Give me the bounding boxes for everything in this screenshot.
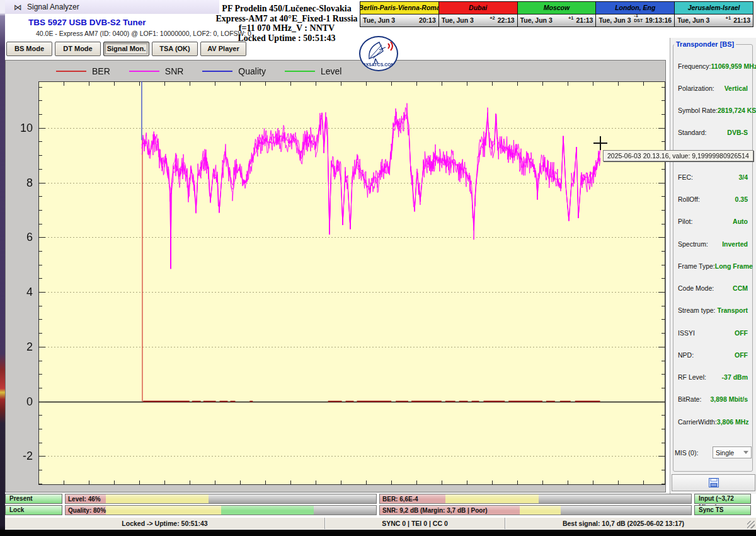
- transponder-row-label: RollOff:: [678, 195, 700, 203]
- app-icon: ⋈: [14, 3, 22, 11]
- signal-chart-canvas[interactable]: [6, 61, 667, 493]
- transponder-title: Transponder [BS]: [674, 40, 736, 48]
- chart-tooltip: 2025-06-03 20.13.16, value: 9,1999998092…: [603, 150, 753, 161]
- clock-utc-offset: +2: [490, 15, 496, 21]
- tuner-title: TBS 5927 USB DVB-S2 Tuner: [28, 18, 146, 27]
- legend-line-ber: [56, 71, 86, 72]
- transponder-row: RollOff:0.35: [673, 189, 752, 211]
- signal-chart-panel: BERSNRQualityLevel: [5, 60, 666, 492]
- tab-bs-mode[interactable]: BS Mode: [6, 42, 52, 56]
- transponder-rows: Frequency:11069,959 MHzPolarization:Vert…: [673, 55, 752, 433]
- transponder-row-value: OFF: [735, 351, 748, 359]
- clock-dubai: DubaiTue, Jun 3+222:13: [438, 1, 518, 27]
- save-button[interactable]: [672, 474, 755, 491]
- quality-label: Quality: 80%: [68, 506, 106, 515]
- transponder-row-label: Frame Type:: [678, 262, 715, 270]
- clock-city-text: London, Eng: [615, 4, 655, 11]
- mis-label: MIS (0):: [675, 449, 698, 457]
- transponder-row-value: DVB-S: [727, 129, 748, 136]
- clock-utc-offset: +1: [726, 15, 733, 21]
- clock-city-text: Moscow: [544, 4, 570, 11]
- clock-city-text: Dubai: [469, 4, 487, 11]
- clock-date-text: Tue, Jun 3: [520, 16, 553, 24]
- transponder-row: Stream type:Transport: [673, 300, 752, 322]
- transponder-row-value: Transport: [718, 306, 748, 314]
- transponder-row: Standard:DVB-S: [673, 122, 752, 144]
- clock-date-row: Tue, Jun 3-1DST19:13:16: [596, 15, 674, 26]
- tab-av-player[interactable]: AV Player: [200, 42, 246, 56]
- transponder-groupbox: Frequency:11069,959 MHzPolarization:Vert…: [673, 44, 753, 472]
- transponder-row-label: NPD:: [678, 351, 694, 359]
- transponder-row-value: 2819,724 KS/s: [718, 107, 756, 114]
- transponder-row: Frequency:11069,959 MHz: [673, 55, 752, 77]
- site-line-1: PF Prodelin 450/Lučenec-Slovakia: [208, 4, 365, 14]
- chevron-down-icon: [743, 451, 748, 454]
- clock-city-text: Jerusalem-Israel: [688, 4, 740, 11]
- clock-city-label: London, Eng: [596, 2, 674, 15]
- transponder-row: ISSYIOFF: [673, 322, 752, 344]
- transponder-row: NPD:OFF: [673, 344, 752, 366]
- clock-london-eng: London, EngTue, Jun 3-1DST19:13:16: [595, 1, 675, 27]
- clock-city-label: Jerusalem-Israel: [675, 2, 753, 15]
- clock-offset-value: -1: [634, 15, 638, 19]
- site-line-2: Express-AM7 at 40°E_Fixed-1 Russia: [208, 14, 365, 24]
- legend-label: SNR: [165, 66, 184, 76]
- snr-label: SNR: 9,2 dB (Margin: 3,7 dB | Poor): [382, 506, 488, 515]
- clock-city-label: Dubai: [439, 2, 517, 15]
- clock-time: 21:13: [733, 16, 750, 24]
- clock-dst-label: DST: [634, 18, 643, 23]
- transponder-row: CarrierWidth:3,806 MHz: [673, 411, 752, 433]
- clock-city-label: Moscow: [518, 2, 596, 15]
- snr-progress-bar: SNR: 9,2 dB (Margin: 3,7 dB | Poor): [379, 505, 692, 515]
- transponder-row: BitRate:3,898 Mbit/s: [673, 388, 752, 411]
- site-info-block: PF Prodelin 450/Lučenec-Slovakia Express…: [208, 4, 365, 43]
- level-progress-bar: Level: 46%: [65, 494, 377, 504]
- transponder-row-value: 3/4: [738, 173, 748, 181]
- clock-utc-offset: -1DST: [634, 15, 644, 23]
- transponder-row-label: Frequency:: [678, 62, 711, 70]
- input-rate-indicator: Input (~3,72 Mbps): [694, 494, 751, 504]
- tab-tsa-ok-[interactable]: TSA (OK): [152, 42, 198, 56]
- transponder-row-label: CarrierWidth:: [678, 418, 717, 426]
- transponder-row-value: Inverted: [722, 240, 748, 248]
- clock-date-row: Tue, Jun 320:13: [360, 15, 438, 26]
- legend-item-quality: Quality: [202, 66, 266, 76]
- transponder-row-value: -37 dBm: [722, 373, 748, 381]
- screen: ⋈ Signal Analyzer TBS 5927 USB DVB-S2 Tu…: [0, 0, 756, 536]
- transponder-row-value: Vertical: [724, 84, 748, 92]
- mode-tabs: BS ModeDT ModeSignal Mon.TSA (OK)AV Play…: [6, 42, 246, 56]
- transponder-row-value: 3,806 MHz: [717, 418, 749, 426]
- transponder-row: Symbol Rate:2819,724 KS/s: [673, 100, 752, 122]
- level-label: Level: 46%: [68, 494, 101, 504]
- mis-value: Single: [716, 449, 734, 457]
- transponder-row-value: 11069,959 MHz: [711, 62, 756, 70]
- clock-city-text: Berlin-Paris-Vienna-Roma: [360, 4, 438, 11]
- desktop-edge-strip: [0, 0, 5, 536]
- transponder-row-value: 3,898 Mbit/s: [710, 395, 748, 403]
- window-title: Signal Analyzer: [27, 3, 79, 11]
- chart-legend: BERSNRQualityLevel: [56, 64, 341, 79]
- legend-label: BER: [92, 66, 110, 76]
- transponder-row-label: Symbol Rate:: [678, 107, 718, 114]
- clock-date-text: Tue, Jun 3: [442, 16, 474, 24]
- clock-date-row: Tue, Jun 3+121:13: [675, 15, 753, 26]
- tab-dt-mode[interactable]: DT Mode: [55, 42, 101, 56]
- tab-signal-mon-[interactable]: Signal Mon.: [103, 42, 149, 56]
- transponder-panel: Frequency:11069,959 MHzPolarization:Vert…: [670, 38, 756, 494]
- legend-item-level: Level: [285, 66, 341, 76]
- transponder-row-value: CCM: [733, 284, 748, 292]
- mis-dropdown[interactable]: Single: [713, 446, 752, 458]
- transponder-row-label: RF Level:: [678, 373, 706, 381]
- site-line-3: f=11 070 MHz_V : NNTV: [208, 23, 365, 33]
- transponder-row-label: Spectrum:: [678, 240, 708, 248]
- ber-label: BER: 6,6E-4: [382, 494, 418, 504]
- legend-item-snr: SNR: [129, 66, 184, 76]
- resize-grip[interactable]: [747, 521, 755, 528]
- status-sync: SYNC 0 | TEI 0 | CC 0: [325, 518, 505, 529]
- status-uptime: Locked -> Uptime: 50:51:43: [5, 518, 325, 529]
- clock-date-text: Tue, Jun 3: [363, 16, 395, 24]
- transponder-row-label: ISSYI: [678, 329, 695, 337]
- status-bar: Locked -> Uptime: 50:51:43 SYNC 0 | TEI …: [5, 517, 756, 529]
- ber-progress-bar: BER: 6,6E-4: [379, 494, 692, 504]
- transponder-row: Polarization:Vertical: [673, 77, 752, 99]
